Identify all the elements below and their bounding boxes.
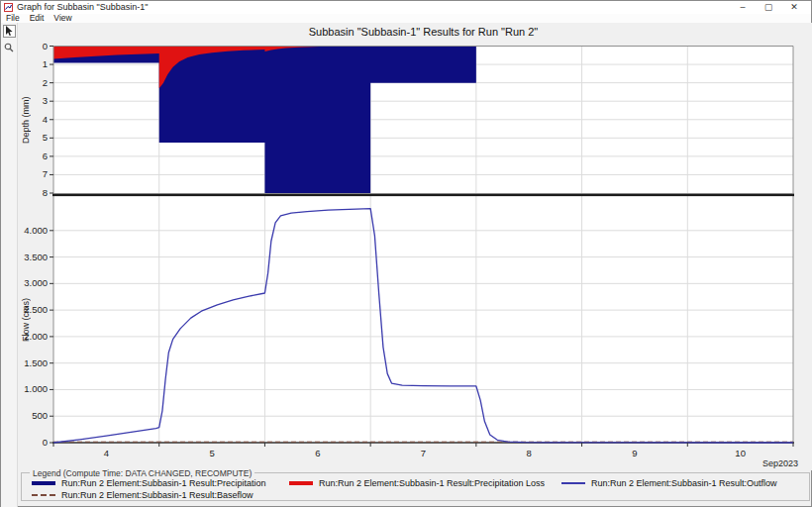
tick-label: 9 [632, 448, 637, 458]
outflow-swatch [561, 482, 585, 484]
tick-label: 5 [209, 448, 214, 458]
pointer-tool-button[interactable] [3, 25, 16, 38]
tick-label: 0 [43, 41, 48, 51]
tick-label: 7 [43, 168, 48, 179]
menu-bar: File Edit View [1, 14, 811, 23]
tick-label: 4.000 [24, 225, 48, 236]
precipitation-loss-swatch [289, 481, 313, 485]
tick-label: 1.000 [24, 383, 48, 394]
tick-label: 10 [735, 448, 746, 458]
tick-label: 3 [43, 95, 48, 106]
chart-title: Subbasin "Subbasin-1" Results for Run "R… [53, 26, 793, 38]
pointer-icon [5, 26, 14, 37]
tick-label: 2 [43, 77, 48, 88]
zoom-tool-button[interactable] [3, 41, 16, 53]
legend-box: Legend (Compute Time: DATA CHANGED, RECO… [21, 472, 810, 501]
tick-label: 3.500 [24, 252, 48, 262]
legend-entry-baseflow: Run:Run 2 Element:Subbasin-1 Result:Base… [32, 490, 254, 500]
tick-label: 6 [315, 448, 320, 458]
maximize-button[interactable]: ▢ [756, 1, 781, 14]
tick-label: 500 [32, 410, 48, 421]
magnifier-icon [4, 43, 14, 52]
tick-label: 1 [43, 58, 48, 69]
tool-palette [1, 23, 18, 507]
legend-label: Run:Run 2 Element:Subbasin-1 Result:Prec… [319, 478, 545, 488]
minimize-button[interactable]: – [730, 1, 756, 14]
legend-label: Run:Run 2 Element:Subbasin-1 Result:Base… [61, 490, 254, 500]
x-axis-period-label: Sep2023 [701, 458, 798, 468]
title-bar: Graph for Subbasin "Subbasin-1" – ▢ ✕ [1, 1, 811, 14]
tick-label: 0 [43, 437, 48, 448]
legend-entry-precipitation-loss: Run:Run 2 Element:Subbasin-1 Result:Prec… [289, 478, 545, 488]
menu-edit[interactable]: Edit [25, 14, 50, 23]
window-controls: – ▢ ✕ [730, 1, 811, 14]
menu-file[interactable]: File [1, 14, 25, 23]
chart-divider [52, 194, 794, 197]
baseflow-swatch [32, 494, 55, 496]
flow-axis-title: Flow (cms) [21, 278, 31, 361]
menu-view[interactable]: View [49, 14, 76, 23]
legend-entry-precipitation: Run:Run 2 Element:Subbasin-1 Result:Prec… [32, 478, 266, 488]
depth-axis-title: Depth (mm) [21, 80, 31, 159]
graph-window: Graph for Subbasin "Subbasin-1" – ▢ ✕ Fi… [0, 0, 812, 507]
precipitation-swatch [32, 481, 55, 485]
tick-label: 5 [43, 132, 48, 143]
chart-panel: 01234567805001.0001.5002.0002.5003.0003.… [18, 23, 812, 470]
tick-label: 4 [104, 448, 109, 458]
close-button[interactable]: ✕ [781, 1, 807, 14]
tick-label: 8 [43, 187, 48, 198]
tick-label: 6 [43, 151, 48, 161]
flow-plot-area [53, 196, 793, 443]
app-icon [4, 3, 13, 12]
tick-label: 4 [43, 114, 48, 125]
legend-title: Legend (Compute Time: DATA CHANGED, RECO… [30, 468, 254, 478]
legend-label: Run:Run 2 Element:Subbasin-1 Result:Outf… [591, 478, 777, 488]
legend-label: Run:Run 2 Element:Subbasin-1 Result:Prec… [61, 478, 266, 488]
tick-label: 8 [527, 448, 532, 458]
tick-label: 7 [421, 448, 426, 458]
legend-entry-outflow: Run:Run 2 Element:Subbasin-1 Result:Outf… [561, 478, 777, 488]
results-plot[interactable]: 01234567805001.0001.5002.0002.5003.0003.… [18, 23, 812, 470]
